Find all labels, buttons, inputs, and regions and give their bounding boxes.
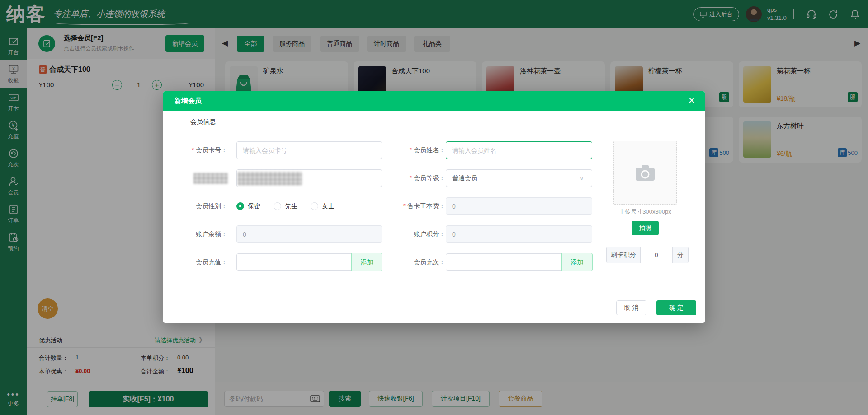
gender-radio-male[interactable] (274, 202, 281, 210)
confirm-button[interactable]: 确 定 (656, 300, 696, 315)
card-number-label: 会员卡号： (160, 141, 227, 159)
swipe-points-unit: 分 (672, 247, 688, 263)
account-points-input[interactable] (446, 225, 592, 243)
redacted-field-value (238, 172, 302, 185)
gender-label: 会员性别： (160, 197, 227, 215)
recharge-times-group: 添加 (446, 253, 592, 271)
card-fee-input[interactable] (446, 197, 592, 215)
member-level-label: 会员等级： (377, 169, 445, 187)
recharge-times-label: 会员充次： (377, 253, 445, 271)
gender-option-label[interactable]: 女士 (322, 202, 335, 210)
member-name-label: 会员姓名： (377, 141, 445, 159)
section-title: 会员信息 (190, 118, 216, 126)
swipe-points-label: 刷卡积分 (607, 247, 641, 263)
account-points-label: 账户积分： (377, 225, 445, 243)
modal-title: 新增会员 (175, 97, 202, 105)
add-member-modal: 新增会员 ✕ 会员信息 会员卡号： 会员姓名： 会员等级： 普通会员 ∨ 会员性… (163, 91, 705, 323)
section-line (232, 121, 697, 121)
gender-radio-female[interactable] (311, 202, 318, 210)
member-level-select[interactable]: 普通会员 (446, 169, 592, 187)
swipe-points-group: 刷卡积分 0 分 (606, 247, 689, 263)
member-name-input[interactable] (446, 141, 592, 159)
balance-label: 账户余额： (160, 225, 227, 243)
take-photo-button[interactable]: 拍照 (632, 221, 659, 235)
card-number-input[interactable] (236, 141, 382, 159)
gender-option-label[interactable]: 保密 (248, 202, 260, 210)
redacted-field-label (193, 173, 228, 184)
swipe-points-value[interactable]: 0 (641, 247, 672, 263)
card-fee-label: 售卡工本费： (377, 197, 445, 215)
section-dash (174, 121, 183, 121)
gender-option-label[interactable]: 先生 (285, 202, 297, 210)
recharge-label: 会员充值： (160, 253, 227, 271)
close-icon[interactable]: ✕ (688, 95, 695, 106)
camera-icon (635, 164, 656, 182)
recharge-group: 添加 (236, 253, 382, 271)
photo-size-hint: 上传尺寸300x300px (600, 208, 690, 216)
modal-header: 新增会员 ✕ (163, 91, 705, 111)
chevron-down-icon: ∨ (580, 175, 584, 182)
times-add-button[interactable]: 添加 (561, 253, 593, 271)
photo-upload-box[interactable] (613, 141, 677, 205)
pos-screen: 纳客 专注单店、小连锁的收银系统 进入后台 qps v1.31.0 开台 (0, 0, 868, 415)
cancel-button[interactable]: 取 消 (616, 300, 646, 315)
redacted-field-input[interactable] (236, 169, 382, 187)
balance-input[interactable] (236, 225, 382, 243)
gender-radio-secret[interactable] (236, 202, 244, 210)
